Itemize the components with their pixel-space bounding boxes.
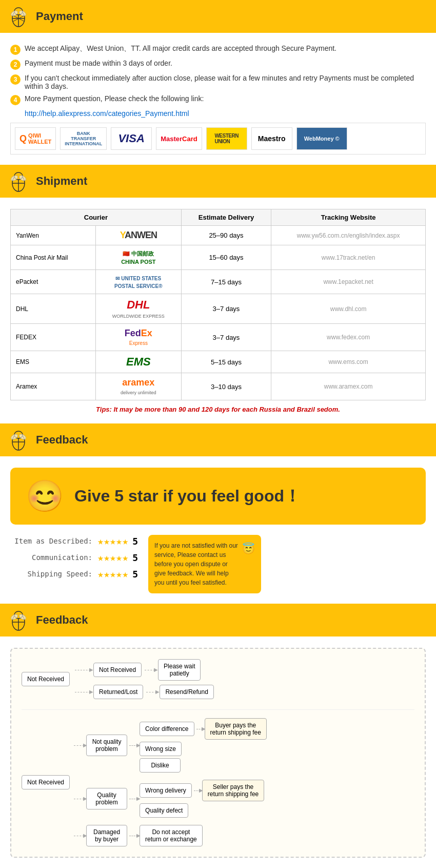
courier-logo: FedExExpress <box>95 324 181 351</box>
shipment-table: Courier Estimate Delivery Tracking Websi… <box>10 209 426 400</box>
angel-icon: 😇 <box>242 541 255 556</box>
tracking-url[interactable]: www.1epacket.net <box>271 270 426 294</box>
feedback1-header: Feedback <box>0 423 436 456</box>
courier-name: ePacket <box>11 270 96 294</box>
notice-box: If you are not satisfied with our servic… <box>148 535 261 593</box>
flow-not-received-sub1: Not Received <box>93 663 142 677</box>
payment-link[interactable]: http://help.aliexpress.com/categories_Pa… <box>25 109 426 118</box>
stars-1: ★★★★★ <box>97 535 128 547</box>
col-courier: Courier <box>11 209 182 226</box>
payment-text-3: If you can't checkout immediately after … <box>25 74 426 90</box>
payment-title: Payment <box>36 10 83 23</box>
table-row: FEDEX FedExExpress 3–7 days www.fedex.co… <box>11 324 426 351</box>
tracking-url[interactable]: www.aramex.com <box>271 373 426 400</box>
give-stars-box: 😊 Give 5 star if you feel good！ <box>10 468 426 525</box>
rating-row-3: Shipping Speed: ★★★★★ 5 <box>10 568 138 580</box>
delivery-time: 25–90 days <box>181 226 271 245</box>
flow-no-return: Do not acceptreturn or exchange <box>140 825 203 846</box>
payment-text-2: Payment must be made within 3 days of or… <box>25 59 172 67</box>
pay-western-union: WESTERNUNION <box>206 127 247 150</box>
stars-2: ★★★★★ <box>97 551 128 564</box>
courier-logo: aramexdelivery unlimited <box>95 373 181 400</box>
payment-item-3: 3 If you can't checkout immediately afte… <box>10 74 426 90</box>
feedback1-title: Feedback <box>36 433 88 447</box>
payment-header: Payment <box>0 0 436 33</box>
payment-text-1: We accept Alipay、West Union、TT. All majo… <box>25 44 336 53</box>
col-delivery: Estimate Delivery <box>181 209 271 226</box>
rating-label-3: Shipping Speed: <box>10 570 92 578</box>
flow-dislike: Dislike <box>140 758 181 773</box>
payment-text-4: More Payment question, Please check the … <box>25 94 204 103</box>
flow-damaged: Damagedby buyer <box>86 825 127 846</box>
notice-text: If you are not satisfied with our servic… <box>154 541 239 587</box>
courier-logo: EMS <box>95 351 181 373</box>
pay-visa: VISA <box>111 127 152 150</box>
flow-returned-lost: Returned/Lost <box>93 685 143 699</box>
rating-label-1: Item as Described: <box>10 537 92 545</box>
flow-wrong-size: Wrong size <box>140 742 182 756</box>
pay-bank-transfer: BANKTRANSFERINTERNATIONAL <box>60 127 107 150</box>
flow-wrong-delivery: Wrong delivery <box>140 783 192 798</box>
feedback2-title: Feedback <box>36 613 88 627</box>
pay-maestro: Maestro <box>251 127 292 150</box>
rating-row-2: Communication: ★★★★★ 5 <box>10 551 138 564</box>
flow-buyer-pays: Buyer pays thereturn shipping fee <box>205 718 267 740</box>
tracking-url[interactable]: www.fedex.com <box>271 324 426 351</box>
feedback1-section: 😊 Give 5 star if you feel good！ Item as … <box>0 462 436 604</box>
flow-quality-defect: Quality defect <box>140 803 188 818</box>
tracking-url[interactable]: www.ems.com <box>271 351 426 373</box>
bee-icon-feedback2 <box>6 608 31 632</box>
page-wrapper: Payment 1 We accept Alipay、West Union、TT… <box>0 0 436 868</box>
flow-not-quality: Not qualityproblem <box>86 735 127 756</box>
num-badge-3: 3 <box>10 74 21 85</box>
tracking-url[interactable]: www.dhl.com <box>271 294 426 324</box>
flow-result-wait: Please waitpatietly <box>158 659 201 681</box>
stars-3: ★★★★★ <box>97 568 128 580</box>
smiley-icon: 😊 <box>26 478 64 514</box>
pay-mastercard: MasterCard <box>156 127 202 150</box>
courier-logo: 🇨🇳 中国邮政CHINA POST <box>95 245 181 270</box>
pay-qiwi: Q QIWIWALLET <box>15 127 56 150</box>
flow-seller-pays: Seller pays thereturn shipping fee <box>202 780 264 801</box>
delivery-time: 3–7 days <box>181 324 271 351</box>
tracking-url[interactable]: www.yw56.com.cn/english/index.aspx <box>271 226 426 245</box>
feedback2-section: Not Received ▶ Not Received ▶ Please wai… <box>0 643 436 868</box>
courier-logo: YANWEN <box>95 226 181 245</box>
courier-logo: DHLWORLDWIDE EXPRESS <box>95 294 181 324</box>
delivery-time: 7–15 days <box>181 270 271 294</box>
feedback2-header: Feedback <box>0 604 436 636</box>
payment-item-1: 1 We accept Alipay、West Union、TT. All ma… <box>10 44 426 55</box>
flow-quality-problem: Qualityproblem <box>86 788 127 809</box>
star-count-3: 5 <box>132 569 138 580</box>
courier-name: Aramex <box>11 373 96 400</box>
payment-section: 1 We accept Alipay、West Union、TT. All ma… <box>0 39 436 165</box>
rating-label-2: Communication: <box>10 553 92 562</box>
ratings-area: Item as Described: ★★★★★ 5 Communication… <box>10 535 426 593</box>
courier-name: China Post Air Mail <box>11 245 96 270</box>
shipment-header: Shipment <box>0 165 436 198</box>
payment-methods: Q QIWIWALLET BANKTRANSFERINTERNATIONAL V… <box>10 123 426 155</box>
tracking-url[interactable]: www.17track.net/en <box>271 245 426 270</box>
star-count-2: 5 <box>132 552 138 563</box>
delivery-time: 3–10 days <box>181 373 271 400</box>
star-count-1: 5 <box>132 536 138 547</box>
bee-icon-feedback1 <box>6 428 31 452</box>
bee-icon-shipment <box>6 169 31 194</box>
payment-item-4: 4 More Payment question, Please check th… <box>10 94 426 105</box>
flow-color-diff: Color difference <box>140 722 194 736</box>
delivery-time: 15–60 days <box>181 245 271 270</box>
flow-not-received-main2: Not Received <box>22 775 70 789</box>
table-row: ePacket ✉ UNITED STATESPOSTAL SERVICE® 7… <box>11 270 426 294</box>
shipment-title: Shipment <box>36 175 87 188</box>
flow-not-received-main: Not Received <box>22 672 70 686</box>
payment-item-2: 2 Payment must be made within 3 days of … <box>10 59 426 70</box>
courier-name: FEDEX <box>11 324 96 351</box>
ratings-left: Item as Described: ★★★★★ 5 Communication… <box>10 535 138 584</box>
flow-result-resend: Resend/Refund <box>160 685 213 699</box>
table-row: Aramex aramexdelivery unlimited 3–10 day… <box>11 373 426 400</box>
bee-icon-payment <box>6 4 31 29</box>
col-tracking: Tracking Website <box>271 209 426 226</box>
num-badge-2: 2 <box>10 60 21 70</box>
table-row: EMS EMS 5–15 days www.ems.com <box>11 351 426 373</box>
num-badge-4: 4 <box>10 95 21 105</box>
